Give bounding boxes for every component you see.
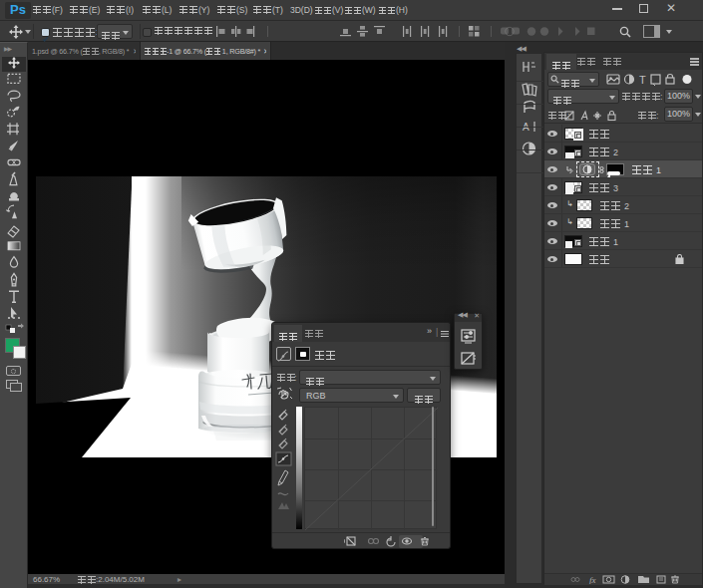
svg-text:T: T <box>639 74 646 86</box>
svg-text:fx: fx <box>589 575 596 584</box>
